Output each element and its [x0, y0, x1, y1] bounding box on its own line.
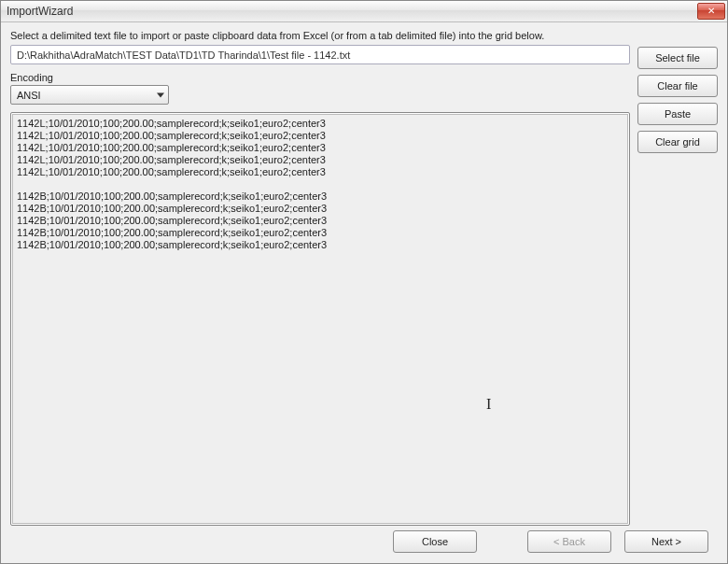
encoding-value: ANSI	[17, 90, 41, 101]
main-area: Select a delimited text file to import o…	[10, 30, 718, 526]
next-button[interactable]: Next >	[624, 530, 708, 553]
instructions-text: Select a delimited text file to import o…	[10, 30, 630, 41]
footer: Close < Back Next >	[10, 526, 718, 557]
titlebar: ImportWizard ✕	[1, 1, 727, 22]
select-file-button[interactable]: Select file	[637, 47, 718, 69]
close-icon: ✕	[707, 7, 715, 16]
content-area: Select a delimited text file to import o…	[1, 22, 727, 563]
data-preview[interactable]: 1142L;10/01/2010;100;200.00;samplerecord…	[12, 114, 628, 524]
right-column: Select file Clear file Paste Clear grid	[637, 30, 718, 526]
encoding-label: Encoding	[10, 72, 630, 83]
data-preview-frame: 1142L;10/01/2010;100;200.00;samplerecord…	[10, 112, 630, 526]
close-button[interactable]: Close	[393, 530, 477, 553]
window-title: ImportWizard	[7, 5, 697, 18]
chevron-down-icon	[157, 92, 164, 97]
encoding-combo[interactable]: ANSI	[10, 85, 169, 105]
clear-grid-button[interactable]: Clear grid	[637, 131, 718, 153]
left-column: Select a delimited text file to import o…	[10, 30, 630, 526]
filepath-input[interactable]	[10, 45, 630, 64]
back-button[interactable]: < Back	[527, 530, 611, 553]
import-wizard-window: ImportWizard ✕ Select a delimited text f…	[0, 0, 728, 564]
filepath-row	[10, 45, 630, 64]
paste-button[interactable]: Paste	[637, 103, 718, 125]
clear-file-button[interactable]: Clear file	[637, 75, 718, 97]
window-close-button[interactable]: ✕	[697, 3, 725, 20]
